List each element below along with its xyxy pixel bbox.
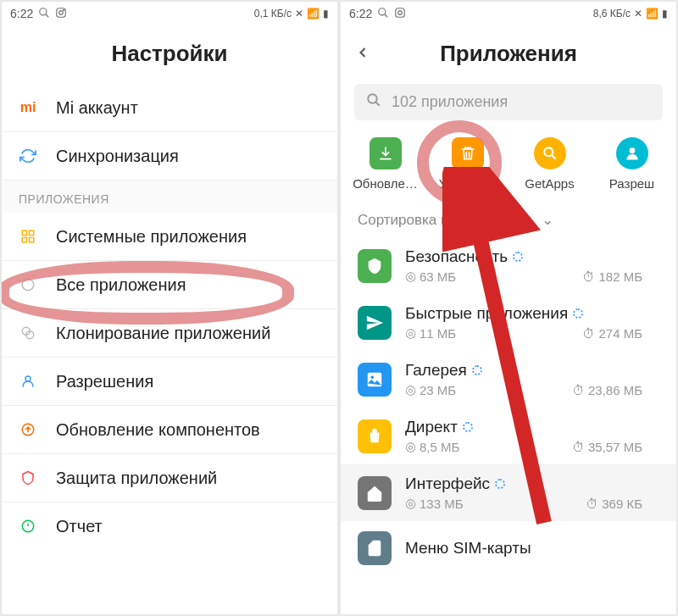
permissions-item[interactable]: Разрешения [2, 358, 337, 406]
all-apps-item[interactable]: Все приложения [2, 261, 337, 309]
signal-icon: 📶 [646, 8, 659, 19]
app-name: Интерфейс [405, 474, 490, 493]
status-speed: 0,1 КБ/с [254, 8, 292, 19]
disk-icon: ◎ [405, 439, 416, 454]
app-protection-item[interactable]: Защита приложений [2, 454, 337, 502]
action-permissions[interactable]: Разреш [598, 137, 666, 191]
instagram-icon [394, 7, 406, 21]
sync-icon [19, 147, 37, 165]
status-bar: 6:22 0,1 КБ/с ✕ 📶 ▮ [2, 2, 337, 25]
svg-rect-17 [396, 8, 405, 17]
app-name: Безопасность [405, 247, 508, 266]
svg-line-22 [551, 155, 555, 159]
action-label: Обновле… [353, 176, 418, 191]
mi-icon: mi [19, 98, 37, 117]
loading-icon [513, 252, 523, 262]
item-label: Защита приложений [56, 468, 217, 488]
action-label: GetApps [525, 176, 574, 191]
no-sim-icon: ✕ [634, 8, 642, 19]
svg-point-3 [59, 10, 64, 14]
sim-icon [358, 531, 392, 565]
svg-rect-5 [22, 230, 26, 235]
page-title: Приложения [341, 41, 676, 67]
clock-icon: ⏱ [572, 440, 585, 454]
svg-point-18 [398, 10, 403, 14]
circle-icon [19, 275, 37, 294]
svg-point-23 [629, 147, 635, 153]
no-sim-icon: ✕ [295, 8, 303, 19]
signal-icon: 📶 [307, 8, 320, 19]
apps-header: Приложения [341, 25, 676, 84]
search-bar[interactable]: 102 приложения [354, 84, 663, 120]
shield-icon [358, 249, 392, 283]
svg-point-19 [368, 94, 377, 103]
svg-point-25 [370, 375, 374, 379]
clone-icon [19, 324, 37, 342]
action-delete[interactable]: Удаление [434, 137, 502, 191]
system-apps-item[interactable]: Системные приложения [2, 213, 337, 261]
app-row-sim[interactable]: Меню SIM-карты [341, 521, 676, 575]
svg-rect-6 [30, 230, 34, 235]
svg-line-20 [375, 102, 380, 106]
home-icon [358, 476, 392, 510]
item-label: Синхронизация [56, 146, 179, 166]
svg-rect-8 [30, 238, 34, 242]
sync-item[interactable]: Синхронизация [2, 132, 337, 180]
svg-rect-7 [22, 238, 26, 242]
chevron-down-icon: ⌄ [542, 212, 553, 228]
svg-line-16 [385, 14, 388, 17]
svg-point-4 [64, 9, 64, 10]
search-placeholder: 102 приложения [392, 93, 508, 111]
battery-icon: ▮ [662, 8, 668, 19]
mi-account-item[interactable]: mi Mi аккаунт [2, 84, 337, 132]
trash-icon [452, 137, 484, 169]
svg-point-9 [22, 279, 34, 291]
item-label: Отчет [56, 516, 103, 536]
app-row-security[interactable]: Безопасность ◎63 МБ ⏱182 МБ [341, 237, 676, 294]
report-item[interactable]: Отчет [2, 502, 337, 550]
action-updates[interactable]: Обновле… [352, 137, 420, 191]
instagram-icon [55, 7, 67, 21]
sort-dropdown[interactable]: Сортировка по состоянию ⌄ [341, 203, 676, 237]
item-label: Обновление компонентов [56, 419, 260, 440]
disk-icon: ◎ [405, 496, 416, 511]
svg-point-0 [40, 8, 47, 14]
apps-screen: 6:22 8,6 КБ/с ✕ 📶 ▮ Приложения 102 прило… [341, 2, 676, 614]
disk-icon: ◎ [405, 269, 416, 284]
clone-apps-item[interactable]: Клонирование приложений [2, 309, 337, 358]
action-row: Обновле… Удаление GetApps Разреш [341, 129, 676, 203]
action-label: Удаление [439, 176, 497, 191]
svg-point-15 [379, 8, 386, 14]
disk-icon: ◎ [405, 382, 416, 397]
clock-icon: ⏱ [582, 269, 595, 284]
bag-icon [358, 419, 392, 453]
search-icon [366, 92, 381, 112]
app-row-gallery[interactable]: Галерея ◎23 МБ ⏱23,86 МБ [341, 351, 676, 408]
search-icon [38, 7, 50, 21]
person-icon [616, 137, 648, 169]
action-getapps[interactable]: GetApps [516, 137, 584, 191]
update-icon [19, 420, 37, 439]
action-label: Разреш [609, 176, 654, 191]
status-speed: 8,6 КБ/с [593, 8, 631, 19]
image-icon [358, 363, 392, 397]
loading-icon [573, 308, 583, 319]
status-time: 6:22 [10, 7, 33, 20]
app-name: Быстрые приложения [405, 304, 568, 323]
loading-icon [472, 365, 482, 375]
component-update-item[interactable]: Обновление компонентов [2, 406, 337, 454]
back-button[interactable] [354, 44, 371, 66]
settings-screen: 6:22 0,1 КБ/с ✕ 📶 ▮ Настройки mi Mi акка… [2, 2, 337, 614]
battery-icon: ▮ [323, 8, 329, 19]
app-row-direct[interactable]: Директ ◎8,5 МБ ⏱35,57 МБ [341, 408, 676, 464]
settings-header: Настройки [2, 25, 337, 84]
send-icon [358, 306, 392, 340]
item-label: Системные приложения [56, 226, 247, 247]
loading-icon [463, 422, 473, 432]
disk-icon: ◎ [405, 325, 416, 341]
app-row-interface[interactable]: Интерфейс ◎133 МБ ⏱369 КБ [341, 464, 676, 521]
app-row-quickapps[interactable]: Быстрые приложения ◎11 МБ ⏱274 МБ [341, 294, 676, 351]
status-bar: 6:22 8,6 КБ/с ✕ 📶 ▮ [341, 2, 676, 25]
app-name: Директ [405, 418, 458, 436]
grid-icon [19, 227, 37, 246]
